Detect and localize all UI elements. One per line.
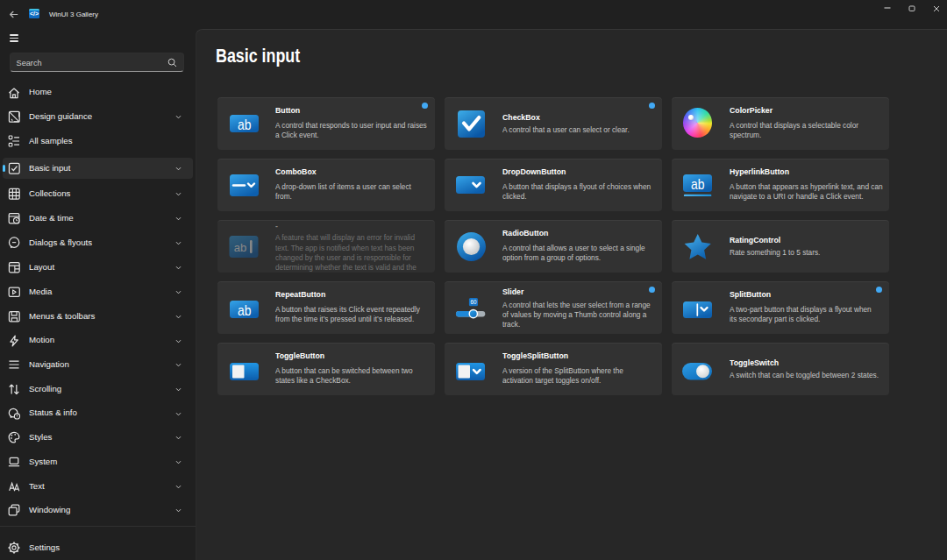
svg-text:60: 60	[470, 299, 477, 305]
svg-text:ab: ab	[238, 117, 252, 132]
svg-text:ab: ab	[238, 302, 252, 318]
svg-text:ab: ab	[234, 241, 246, 254]
svg-text:ab: ab	[691, 176, 705, 193]
